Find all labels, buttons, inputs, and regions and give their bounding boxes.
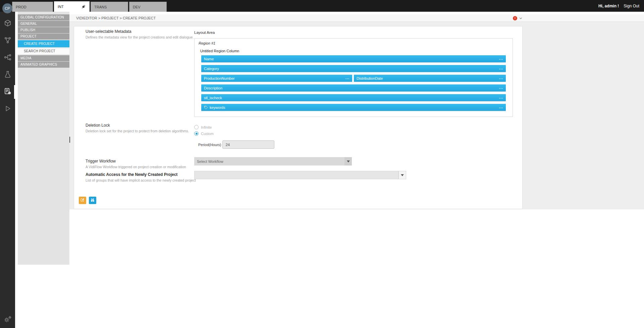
trigger-workflow-description: A VidiFlow Workflow triggered on project… <box>86 165 186 169</box>
config-sidebar: GLOBAL CONFIGURATION GENERAL PUBLISH PRO… <box>18 12 69 265</box>
auto-access-title: Automatic Access for the Newly Created P… <box>86 172 177 177</box>
breadcrumb-icons: ! <box>513 14 523 22</box>
region-column-title: Untitled Region Column <box>200 49 239 53</box>
tab-int-label: INT <box>58 5 64 9</box>
deletion-lock-description: Deletion lock set for the project to pro… <box>86 129 189 133</box>
create-project-panel: User-selectable Metadata Defines the met… <box>74 26 523 209</box>
period-row: Period(Hours) <box>198 140 274 149</box>
rail-item-configuration[interactable] <box>0 83 15 101</box>
topology-network-icon <box>4 36 12 46</box>
field-bar-description[interactable]: Description ... <box>201 84 506 91</box>
avatar[interactable]: CP <box>2 3 12 13</box>
tab-trans[interactable]: TRANS <box>91 2 128 12</box>
panel-actions <box>79 197 96 204</box>
period-hours-input[interactable] <box>222 140 274 149</box>
metadata-section-title: User-selectable Metadata <box>86 29 131 34</box>
field-label: Description <box>204 86 222 90</box>
deletion-lock-options: Infinite Custom <box>194 125 214 138</box>
play-icon <box>4 105 11 114</box>
tab-dev-label: DEV <box>133 5 141 9</box>
radio-infinite-label: Infinite <box>201 125 212 129</box>
sidebar-item-global-configuration[interactable]: GLOBAL CONFIGURATION <box>18 14 69 20</box>
tab-prod-label: PROD <box>16 5 26 9</box>
field-label: keywords <box>210 106 225 110</box>
layout-area: Region #1 Untitled Region Column Name ..… <box>194 38 513 117</box>
region-title: Region #1 <box>199 41 215 45</box>
rail-item-settings[interactable] <box>0 315 15 325</box>
sidebar-item-general[interactable]: GENERAL <box>18 21 69 27</box>
tab-trans-label: TRANS <box>94 5 107 9</box>
rail-item-testing[interactable] <box>0 66 15 83</box>
module-rail <box>0 12 15 328</box>
tab-int[interactable]: INT <box>54 1 90 12</box>
period-hours-label: Period(Hours) <box>198 143 221 147</box>
field-menu-icon[interactable]: ... <box>499 66 503 70</box>
chevron-down-icon[interactable] <box>519 16 523 20</box>
rail-item-workflows[interactable] <box>0 49 15 66</box>
field-bar-distributiondate[interactable]: DistributionDate ... <box>354 75 506 82</box>
tag-icon <box>204 106 208 110</box>
error-badge[interactable]: ! <box>513 16 517 20</box>
radio-infinite-circle[interactable] <box>194 125 199 129</box>
app-root: PROD INT TRANS DEV Hi, admin ! Sign Out <box>0 0 644 328</box>
radio-custom[interactable]: Custom <box>194 131 214 136</box>
metadata-section-description: Defines the metadata view for the projec… <box>86 35 194 39</box>
workflow-select[interactable]: Select Workflow <box>194 157 352 166</box>
field-label: Category <box>204 67 219 71</box>
radio-infinite[interactable]: Infinite <box>194 125 214 129</box>
field-menu-icon[interactable]: ... <box>499 105 503 109</box>
field-bar-stl-ischeck[interactable]: stl_ischeck ... <box>201 94 506 101</box>
auto-access-description: List of groups that will have implicit a… <box>86 178 196 182</box>
sidebar-splitter-handle[interactable] <box>69 137 70 143</box>
rail-item-topology[interactable] <box>0 32 15 49</box>
user-area: Hi, admin ! Sign Out <box>598 0 639 12</box>
field-bar-keywords[interactable]: keywords ... <box>201 104 506 111</box>
field-label: DistributionDate <box>357 76 383 80</box>
layout-area-label: Layout Area <box>194 30 215 35</box>
configuration-page-gear-icon <box>4 87 12 97</box>
breadcrumb: VIDIEDITOR > PROJECT > CREATE PROJECT <box>76 16 156 20</box>
user-greeting: Hi, admin ! <box>598 4 619 8</box>
field-bar-productionnumber[interactable]: ProductionNumber ... <box>201 75 352 82</box>
caret-down-icon[interactable] <box>398 171 406 179</box>
field-bar-category[interactable]: Category ... <box>201 65 506 72</box>
workflow-select-value: Select Workflow <box>194 159 344 163</box>
plug-icon <box>81 4 86 9</box>
sidebar-item-create-project[interactable]: CREATE PROJECT <box>18 40 69 47</box>
sidebar-item-search-project[interactable]: SEARCH PROJECT <box>18 48 69 54</box>
field-menu-icon[interactable]: ... <box>499 95 503 99</box>
field-menu-icon[interactable]: ... <box>345 76 350 80</box>
edit-button[interactable] <box>79 197 86 204</box>
sidebar-item-publish[interactable]: PUBLISH <box>18 27 69 33</box>
field-label: stl_ischeck <box>204 96 222 100</box>
tab-prod[interactable]: PROD <box>12 2 53 12</box>
preview-button[interactable] <box>89 197 96 204</box>
radio-custom-label: Custom <box>201 132 214 136</box>
packages-cube-icon <box>4 19 12 28</box>
sign-out-link[interactable]: Sign Out <box>624 4 639 8</box>
workflow-nodes-icon <box>4 53 12 63</box>
sidebar-item-media[interactable]: MEDIA <box>18 55 69 61</box>
rail-item-player[interactable] <box>0 101 15 118</box>
field-menu-icon[interactable]: ... <box>499 76 503 80</box>
settings-gears-icon <box>3 315 12 325</box>
rail-item-packages[interactable] <box>0 15 15 32</box>
radio-custom-circle[interactable] <box>194 131 199 136</box>
pencil-icon <box>80 198 85 203</box>
field-menu-icon[interactable]: ... <box>499 85 503 89</box>
access-groups-select[interactable] <box>194 171 406 179</box>
environment-tabs: PROD INT TRANS DEV <box>12 1 167 12</box>
caret-down-icon[interactable] <box>344 157 352 166</box>
tab-dev[interactable]: DEV <box>129 2 167 12</box>
sidebar-item-animated-graphics[interactable]: ANIMATED GRAPHICS <box>18 62 69 68</box>
field-label: ProductionNumber <box>204 76 235 80</box>
content-area: User-selectable Metadata Defines the met… <box>69 22 644 209</box>
sidebar-item-project[interactable]: PROJECT <box>18 34 69 40</box>
field-bar-name[interactable]: Name ... <box>201 55 506 62</box>
metadata-field-list: Name ... Category ... ProductionNumber <box>201 55 506 114</box>
field-menu-icon[interactable]: ... <box>499 56 503 60</box>
deletion-lock-title: Deletion Lock <box>86 123 110 128</box>
breadcrumb-bar: VIDIEDITOR > PROJECT > CREATE PROJECT ! <box>69 14 644 22</box>
field-label: Name <box>204 57 214 61</box>
trigger-workflow-title: Trigger Workflow <box>86 159 116 163</box>
